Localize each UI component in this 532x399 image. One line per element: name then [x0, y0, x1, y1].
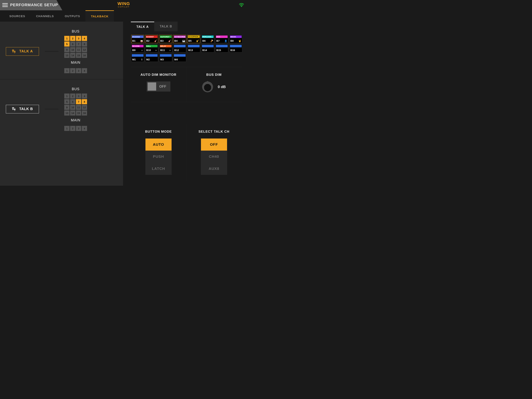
bus-cell-16[interactable]: 16 [82, 110, 87, 116]
bus-B11[interactable]: DELAY B11 ⨳ [159, 44, 172, 52]
bus-tag: REVERB [132, 45, 144, 47]
bus-B4[interactable]: KEYBOARDER B4 🎹 [173, 35, 186, 43]
bus-tag [146, 54, 158, 57]
bus-cell-8[interactable]: 8 [82, 99, 87, 104]
bus-B15[interactable]: B15 [215, 44, 228, 52]
bus-cell-1[interactable]: 1 [64, 36, 70, 41]
bus-tag [174, 54, 186, 57]
bus-B13[interactable]: B13 [187, 44, 200, 52]
select-talk-ch-option-ch40[interactable]: CH40 [201, 151, 227, 163]
bus-B10[interactable]: HALL B10 ⨳ [145, 44, 158, 52]
main-cell-2[interactable]: 2 [70, 68, 75, 73]
bus-grid: Drummer B1 🥁 BASSIST B2 🎸 GUITARIST B3 🎸… [123, 31, 247, 67]
button-mode-option-auto[interactable]: AUTO [146, 139, 171, 151]
bus-B9[interactable]: REVERB B9 ⨳ [131, 44, 144, 52]
select-talk-ch-title: SELECT TALK CH [198, 130, 229, 134]
bus-cell-3[interactable]: 3 [76, 94, 81, 99]
bus-cell-15[interactable]: 15 [76, 110, 81, 116]
button-mode-option-latch[interactable]: LATCH [146, 163, 171, 175]
tab-talkback[interactable]: TALKBACK [85, 10, 114, 22]
bus-tag: KEYBOARDER [174, 35, 186, 38]
bus-cell-4[interactable]: 4 [82, 94, 87, 99]
bus-B1[interactable]: Drummer B1 🥁 [131, 35, 144, 43]
bus-cell-7[interactable]: 7 [76, 41, 81, 46]
bus-B16[interactable]: B16 [229, 44, 242, 52]
main-cell-4[interactable]: 4 [82, 68, 87, 73]
bus-cell-12[interactable]: 12 [82, 105, 87, 110]
auto-dim-cell: AUTO DIM MONITOR OFF [131, 67, 186, 102]
bus-cell-13[interactable]: 13 [64, 53, 70, 58]
bus-cell-6[interactable]: 6 [70, 41, 75, 46]
talk-a-button[interactable]: A TALK A [6, 47, 39, 56]
bus-B6[interactable]: PERCUSSI... B6 🪘 [201, 35, 214, 43]
bus-cell-5[interactable]: 5 [64, 41, 70, 46]
bus-cell-2[interactable]: 2 [70, 94, 75, 99]
bus-cell-12[interactable]: 12 [82, 47, 87, 52]
select-talk-ch-option-off[interactable]: OFF [201, 139, 227, 151]
bus-M2[interactable]: M2 [145, 54, 158, 62]
main-cell-4[interactable]: 4 [82, 126, 87, 131]
auto-dim-state: OFF [156, 84, 169, 89]
main-cell-1[interactable]: 1 [64, 68, 70, 73]
bus-B7[interactable]: PATI B7 👤 [215, 35, 228, 43]
bus-id: B11 [160, 49, 165, 52]
talk-icon: A [12, 50, 16, 53]
auto-dim-toggle[interactable]: OFF [147, 81, 170, 91]
select-talk-ch-option-aux8[interactable]: AUX8 [201, 163, 227, 175]
bus-cell-3[interactable]: 3 [76, 36, 81, 41]
main-tabs: SOURCES CHANNELS OUTPUTS TALKBACK [0, 10, 247, 22]
bus-cell-11[interactable]: 11 [76, 47, 81, 52]
bus-M4[interactable]: M4 [173, 54, 186, 62]
talk-b-button[interactable]: B TALK B [6, 105, 39, 113]
subtab-talk-b[interactable]: TALK B [154, 22, 177, 31]
subtab-talk-a[interactable]: TALK A [131, 22, 154, 31]
bus-cell-14[interactable]: 14 [70, 110, 75, 116]
bus-dim-cell: BUS DIM 0 dB [186, 67, 242, 102]
subtabs: TALK A TALK B [123, 22, 247, 31]
bus-cell-9[interactable]: 9 [64, 105, 70, 110]
bus-cell-9[interactable]: 9 [64, 47, 70, 52]
bus-heading: BUS [72, 87, 79, 91]
bus-tag: HALL [146, 45, 158, 47]
svg-point-0 [241, 6, 242, 7]
bus-cell-10[interactable]: 10 [70, 47, 75, 52]
bus-B12[interactable]: B12 [173, 44, 186, 52]
bus-cell-14[interactable]: 14 [70, 53, 75, 58]
left-panel: A TALK A BUS 12345678910111213141516 MAI… [0, 22, 123, 186]
bus-dim-knob[interactable] [202, 81, 213, 92]
bus-cell-5[interactable]: 5 [64, 99, 70, 104]
bus-tag: DELAY [160, 45, 171, 47]
bus-M1[interactable]: M1 🎚 [131, 54, 144, 62]
tab-channels[interactable]: CHANNELS [31, 10, 59, 22]
tab-outputs[interactable]: OUTPUTS [59, 10, 86, 22]
keys-icon: 🎹 [182, 39, 185, 42]
bus-cell-1[interactable]: 1 [64, 94, 70, 99]
bus-cell-6[interactable]: 6 [70, 99, 75, 104]
bus-B2[interactable]: BASSIST B2 🎸 [145, 35, 158, 43]
main-cell-1[interactable]: 1 [64, 126, 70, 131]
main-cell-3[interactable]: 3 [76, 68, 81, 73]
button-mode-title: BUTTON MODE [145, 130, 172, 134]
button-mode-option-push[interactable]: PUSH [146, 151, 171, 163]
bus-cell-16[interactable]: 16 [82, 53, 87, 58]
bus-cell-11[interactable]: 11 [76, 105, 81, 110]
bus-M3[interactable]: M3 [159, 54, 172, 62]
bus-B14[interactable]: B14 [201, 44, 214, 52]
bus-cell-13[interactable]: 13 [64, 110, 70, 116]
bus-B5[interactable]: SAXOPHON... B5 🎷 [187, 35, 200, 43]
bus-B3[interactable]: GUITARIST B3 🎸 [159, 35, 172, 43]
bus-cell-10[interactable]: 10 [70, 105, 75, 110]
main-cell-3[interactable]: 3 [76, 126, 81, 131]
menu-icon[interactable] [2, 2, 8, 8]
bus-cell-2[interactable]: 2 [70, 36, 75, 41]
main-cell-2[interactable]: 2 [70, 126, 75, 131]
bus-cell-15[interactable]: 15 [76, 53, 81, 58]
bus-cell-8[interactable]: 8 [82, 41, 87, 46]
talk-a-section: A TALK A BUS 12345678910111213141516 MAI… [0, 22, 123, 79]
bus-B8[interactable]: MICHA B8 🤘 [229, 35, 242, 43]
bus-tag: Drummer [132, 35, 144, 38]
bus-cell-7[interactable]: 7 [76, 99, 81, 104]
bus-cell-4[interactable]: 4 [82, 36, 87, 41]
fx-icon: ⨳ [169, 49, 171, 52]
tab-sources[interactable]: SOURCES [4, 10, 31, 22]
